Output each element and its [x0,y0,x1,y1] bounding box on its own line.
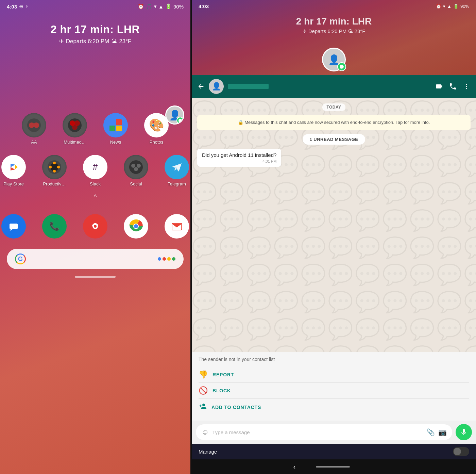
search-bar[interactable]: G [7,249,184,269]
manage-text: Manage [199,449,217,455]
svg-point-12 [57,166,60,168]
more-options-button[interactable] [462,82,471,91]
svg-point-20 [134,167,138,171]
wa-name-area [228,84,431,89]
app-item-news[interactable]: News [100,113,131,145]
attachment-icon[interactable]: 📎 [426,428,435,436]
add-contact-action[interactable]: ADD TO CONTACTS [199,399,469,416]
block-action[interactable]: 🚫 BLOCK [199,383,469,398]
right-alarm-icon: ⏰ [436,4,441,9]
app-item-telegram[interactable]: Telegram [162,155,190,186]
svg-point-1 [29,122,34,128]
toggle-switch[interactable] [453,447,469,456]
telegram-icon [165,155,189,179]
report-action[interactable]: 👎 REPORT [199,367,469,382]
message-time: 4:01 PM [202,159,276,163]
podcast-icon [83,214,107,239]
svg-point-7 [6,160,21,174]
status-right: ⏰ 🎵 ▾ ▲ 🔋 90% [138,3,184,10]
mic-button[interactable] [456,424,472,440]
dock-messages[interactable] [0,214,29,239]
message-bubble: Did you get Android 11 installed? 4:01 P… [197,149,281,167]
right-travel-subtitle: ✈ Departs 6:20 PM 🌤 23°F [192,28,476,34]
wa-contact-avatar[interactable]: 👤 [209,79,224,94]
travel-widget[interactable]: 2 hr 17 min: LHR ✈ Departs 6:20 PM 🌤 23°… [0,23,190,45]
report-label: REPORT [213,372,234,377]
news-cell-green [109,126,115,131]
security-notice[interactable]: 🔒 Messages to this chat and calls are no… [197,115,471,130]
back-button[interactable] [197,83,205,90]
whatsapp-input-field[interactable]: ☺ Type a message 📎 📷 [196,424,452,440]
departs-text: Departs 6:20 PM [66,38,109,45]
block-label: BLOCK [213,388,231,393]
plane-icon: ✈ [59,38,64,45]
productivity-icon [42,155,67,179]
back-nav-icon[interactable]: ‹ [293,463,296,471]
app-item-aa[interactable]: AA [19,113,49,145]
svg-point-19 [137,164,141,168]
app-item-slack[interactable]: # Slack [80,155,111,186]
video-call-button[interactable] [435,82,443,91]
dock-phone[interactable]: 📞 [39,214,70,239]
dock-gmail[interactable] [162,214,190,239]
svg-point-28 [94,225,97,228]
right-wifi-icon: ▾ [443,4,445,9]
whatsapp-input-bar: ☺ Type a message 📎 📷 [192,421,476,444]
whatsapp-chat-body[interactable]: TODAY 🔒 Messages to this chat and calls … [192,98,476,352]
right-travel-widget: 2 hr 17 min: LHR ✈ Departs 6:20 PM 🌤 23°… [192,16,476,34]
phone-icon: 📞 [42,214,67,239]
whatsapp-badge [176,117,184,124]
google-assistant-dots [158,257,175,261]
recents-icon[interactable]: □ [370,463,374,471]
camera-icon[interactable]: 📷 [438,428,447,436]
profile-bubble[interactable]: 👤 [165,105,184,125]
dock-chrome[interactable] [121,214,151,239]
svg-text:📞: 📞 [49,221,60,231]
svg-point-2 [34,122,39,128]
input-placeholder[interactable]: Type a message [212,429,423,435]
wa-avatar-image: 👤 [212,82,221,91]
ga-dot-blue [158,257,161,261]
app-item-social[interactable]: Social [121,155,151,186]
right-profile-bubble[interactable]: 👤 [322,48,346,71]
voice-call-button[interactable] [449,82,457,91]
app-item-multimedia[interactable]: Multimed… [60,113,90,145]
app-label-telegram: Telegram [168,181,186,186]
right-nav-bar: ‹ □ [192,459,476,474]
fi-status-icon: 𝔽 [26,4,29,9]
dock-podcast[interactable] [80,214,111,239]
home-indicator [75,276,116,278]
headphones-icon: 🎵 [146,3,152,10]
travel-title: 2 hr 17 min: LHR [0,23,190,36]
add-contact-icon [199,402,207,412]
emoji-icon[interactable]: ☺ [201,428,209,437]
wa-action-icons [435,82,471,91]
unread-chip: 1 UNREAD MESSAGE [303,134,365,145]
app-label-playstore: Play Store [3,181,24,186]
app-label-social: Social [130,181,142,186]
left-phone: 4:03 ⊕ 𝔽 ⏰ 🎵 ▾ ▲ 🔋 90% 2 hr 17 min: LHR … [0,0,190,474]
right-phone: 4:03 ⏰ ▾ ▲ 🔋 90% 2 hr 17 min: LHR ✈ Depa… [192,0,476,474]
app-row-2: Play Store Productiv… [0,155,190,186]
news-icon [103,113,128,137]
wifi-icon: ▾ [154,3,157,10]
photos-icon: 🎨 [144,113,169,137]
ga-dot-yellow [167,257,171,261]
toggle-knob [454,448,461,455]
gmail-icon [165,214,189,239]
app-label-productivity: Productiv… [43,181,66,186]
weather-text: 23°F [119,38,131,45]
status-left: 4:03 ⊕ 𝔽 [7,3,29,10]
sender-notice-text: The sender is not in your contact list [199,357,469,362]
app-label-news: News [110,140,121,145]
app-item-playstore[interactable]: Play Store [0,155,29,186]
right-travel-title: 2 hr 17 min: LHR [192,16,476,27]
signal-icon: ▲ [158,4,164,10]
app-item-productivity[interactable]: Productiv… [39,155,70,186]
app-label-aa: AA [31,140,37,145]
app-label-slack: Slack [90,181,101,186]
ga-dot-green [172,257,175,261]
whatsapp-header: 👤 [192,75,476,98]
sender-notice-section: The sender is not in your contact list 👎… [192,352,476,421]
multimedia-icon [63,113,87,137]
